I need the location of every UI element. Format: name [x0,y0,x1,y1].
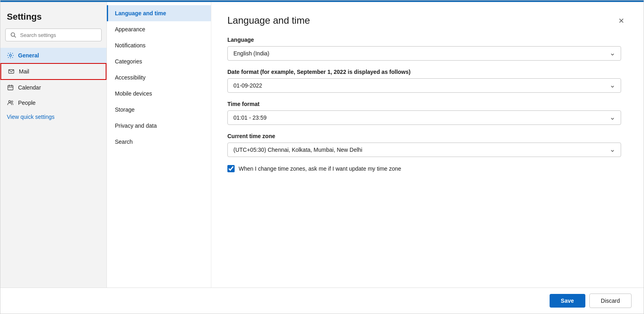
search-box[interactable] [5,29,102,41]
content-area: Language and time ✕ Language English (In… [211,2,644,287]
middle-col-item-accessibility[interactable]: Accessibility [107,69,211,86]
people-icon [7,99,14,106]
time-format-select-wrapper: 01:01 - 23:59 1:01 AM - 11:59 PM [227,110,621,125]
svg-point-9 [11,101,13,102]
date-format-section: Date format (for example, September 1, 2… [227,69,628,93]
settings-window: Settings General [0,0,644,314]
middle-col-item-appearance[interactable]: Appearance [107,21,211,37]
bottom-bar: Save Discard [0,287,644,314]
middle-col-item-storage[interactable]: Storage [107,102,211,118]
content-header: Language and time ✕ [227,15,628,27]
middle-col-item-mobile-devices[interactable]: Mobile devices [107,86,211,102]
middle-column: Language and time Appearance Notificatio… [107,2,211,287]
calendar-icon [7,84,14,91]
search-icon [10,31,17,39]
language-label: Language [227,37,628,43]
timezone-select[interactable]: (UTC+05:30) Chennai, Kolkata, Mumbai, Ne… [227,143,621,157]
view-quick-settings-link[interactable]: View quick settings [0,110,106,123]
sidebar-item-calendar[interactable]: Calendar [0,80,106,95]
sidebar-item-mail[interactable]: Mail [0,63,106,80]
sidebar-item-mail-label: Mail [19,68,29,75]
close-button[interactable]: ✕ [615,15,628,27]
svg-point-2 [10,55,12,57]
language-select[interactable]: English (India) English (US) English (UK… [227,46,621,61]
svg-line-1 [14,36,16,38]
sidebar-item-people-label: People [18,100,36,106]
sidebar-item-calendar-label: Calendar [18,84,41,91]
mail-icon [8,68,15,75]
main-layout: Settings General [0,2,644,287]
time-format-select[interactable]: 01:01 - 23:59 1:01 AM - 11:59 PM [227,110,621,125]
language-select-wrapper: English (India) English (US) English (UK… [227,46,621,61]
timezone-label: Current time zone [227,133,628,139]
discard-button[interactable]: Discard [589,294,632,308]
timezone-prompt-label: When I change time zones, ask me if I wa… [239,165,401,172]
date-format-select-wrapper: 01-09-2022 09-01-2022 2022-09-01 Septemb… [227,78,621,93]
sidebar-title: Settings [0,8,106,29]
date-format-label: Date format (for example, September 1, 2… [227,69,628,75]
svg-rect-4 [8,86,13,90]
middle-col-item-notifications[interactable]: Notifications [107,37,211,53]
middle-col-item-categories[interactable]: Categories [107,53,211,69]
gear-icon [7,52,14,59]
save-button[interactable]: Save [550,294,585,308]
sidebar-item-general[interactable]: General [0,48,106,63]
date-format-select[interactable]: 01-09-2022 09-01-2022 2022-09-01 Septemb… [227,78,621,93]
timezone-prompt-checkbox[interactable] [227,165,235,172]
time-format-label: Time format [227,101,628,107]
middle-col-item-search[interactable]: Search [107,134,211,150]
page-title: Language and time [227,15,310,26]
sidebar: Settings General [0,2,107,287]
language-section: Language English (India) English (US) En… [227,37,628,61]
sidebar-item-people[interactable]: People [0,95,106,110]
middle-col-item-language-and-time[interactable]: Language and time [107,5,211,21]
timezone-select-wrapper: (UTC+05:30) Chennai, Kolkata, Mumbai, Ne… [227,143,621,157]
timezone-section: Current time zone (UTC+05:30) Chennai, K… [227,133,628,157]
timezone-checkbox-row: When I change time zones, ask me if I wa… [227,165,628,172]
search-input[interactable] [20,32,97,38]
sidebar-item-general-label: General [18,52,39,59]
svg-point-8 [9,101,11,103]
middle-col-item-privacy-and-data[interactable]: Privacy and data [107,118,211,134]
time-format-section: Time format 01:01 - 23:59 1:01 AM - 11:5… [227,101,628,125]
